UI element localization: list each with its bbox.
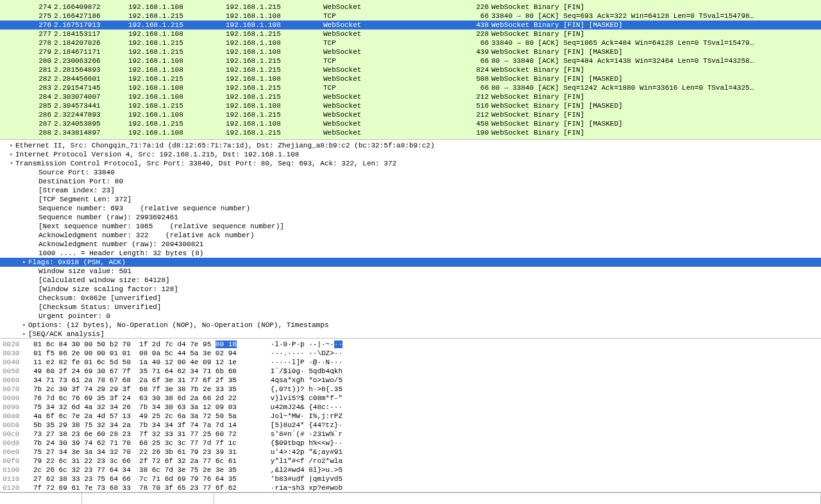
hex-row[interactable]: 01207f 72 69 61 7e 73 68 33 78 70 3f 65 …	[0, 483, 821, 492]
detail-row[interactable]: Sequence number: 693 (relative sequence …	[0, 204, 821, 213]
packet-row[interactable]: 2802.230063266192.168.1.108192.168.1.215…	[0, 56, 821, 65]
detail-row[interactable]: ▸Options: (12 bytes), No-Operation (NOP)…	[0, 321, 821, 330]
hex-offset: 0060	[3, 376, 33, 385]
detail-row[interactable]: [Checksum Status: Unverified]	[0, 303, 821, 312]
detail-row[interactable]: Destination Port: 80	[0, 177, 821, 186]
detail-row[interactable]: Source Port: 33840	[0, 168, 821, 177]
expand-arrow-icon[interactable]: ▸	[22, 258, 27, 267]
detail-row[interactable]: Sequence number (raw): 2993692461	[0, 213, 821, 222]
packet-row[interactable]: 2822.284456601192.168.1.215192.168.1.108…	[0, 74, 821, 83]
hex-offset: 00d0	[3, 439, 33, 448]
detail-row[interactable]: ▸Internet Protocol Version 4, Src: 192.1…	[0, 150, 821, 159]
detail-row[interactable]: ▸Ethernet II, Src: Chongqin_71:7a:1d (d8…	[0, 141, 821, 150]
hex-ascii: {$09tbqp h%<<w}··	[258, 439, 343, 448]
detail-text: Sequence number (raw): 2993692461	[38, 213, 178, 222]
hex-row[interactable]: 003001 f5 86 2e 00 00 01 01 08 0a 5c 44 …	[0, 349, 821, 358]
hex-row[interactable]: 01002c 26 6c 32 23 77 64 34 38 6c 7d 3e …	[0, 466, 821, 475]
hex-row[interactable]: 00f079 22 6c 31 22 23 3c 66 2f 72 6f 32 …	[0, 457, 821, 466]
hex-row[interactable]: 00c073 27 38 23 6e 60 28 23 7f 32 33 31 …	[0, 430, 821, 439]
expand-arrow-icon[interactable]: ▸	[9, 141, 14, 150]
detail-row[interactable]: 1000 .... = Header Length: 32 bytes (8)	[0, 249, 821, 258]
packet-row[interactable]: 2782.184207026192.168.1.215192.168.1.108…	[0, 38, 821, 47]
packet-row[interactable]: 2852.304573441192.168.1.215192.168.1.108…	[0, 101, 821, 110]
hex-ascii: ,&l2#wd4 8l}>u.>5	[258, 466, 343, 475]
packet-row[interactable]: 2792.184671171192.168.1.215192.168.1.108…	[0, 47, 821, 56]
detail-row[interactable]: ▸Flags: 0x018 (PSH, ACK)	[0, 258, 821, 267]
status-bar	[0, 492, 821, 504]
expand-arrow-icon[interactable]: ▸	[9, 150, 14, 159]
packet-row[interactable]: 2762.167517913192.168.1.215192.168.1.108…	[0, 21, 821, 29]
packet-row[interactable]: 2862.322447893192.168.1.108192.168.1.215…	[0, 110, 821, 119]
detail-row[interactable]: [TCP Segment Len: 372]	[0, 195, 821, 204]
hex-bytes: 5b 35 29 38 75 32 34 2a 7b 34 34 3f 74 7…	[33, 421, 258, 430]
detail-row[interactable]: ▸[SEQ/ACK analysis]	[0, 330, 821, 339]
detail-text: [SEQ/ACK analysis]	[28, 330, 105, 339]
detail-row[interactable]: [Calculated window size: 64128]	[0, 276, 821, 285]
hex-ascii: {,0?t))? h·>8{.35	[258, 385, 343, 394]
hex-bytes: 11 e2 82 fe 01 6c 5d 50 1a 40 12 00 4e 0…	[33, 358, 258, 367]
detail-row[interactable]: Checksum: 0x862e [unverified]	[0, 294, 821, 303]
detail-text: Options: (12 bytes), No-Operation (NOP),…	[28, 321, 329, 330]
hex-row[interactable]: 00a04a 6f 6c 7e 2a 4d 57 13 49 25 2c 6a …	[0, 412, 821, 421]
hex-bytes: 79 22 6c 31 22 23 3c 66 2f 72 6f 32 2a 7…	[33, 457, 258, 466]
hex-ascii: 'b83#udf |qmiyvd5	[258, 475, 343, 483]
hex-row[interactable]: 00e075 27 34 3e 3a 34 32 70 22 26 3b 61 …	[0, 448, 821, 457]
packet-list-pane[interactable]: 2742.166409872192.168.1.108192.168.1.215…	[0, 0, 821, 140]
hex-offset: 00c0	[3, 430, 33, 439]
hex-offset: 0020	[3, 340, 33, 349]
detail-row[interactable]: Window size value: 501	[0, 267, 821, 276]
hex-bytes: 7b 24 30 39 74 62 71 70 68 25 3c 3c 77 7…	[33, 439, 258, 448]
hex-row[interactable]: 005049 60 2f 24 69 30 67 7f 35 71 64 62 …	[0, 367, 821, 376]
detail-row[interactable]: Urgent pointer: 0	[0, 312, 821, 321]
hex-offset: 00b0	[3, 421, 33, 430]
hex-offset: 0070	[3, 385, 33, 394]
hex-offset: 0100	[3, 466, 33, 475]
detail-text: [Calculated window size: 64128]	[38, 276, 170, 285]
packet-details-pane[interactable]: ▸Ethernet II, Src: Chongqin_71:7a:1d (d8…	[0, 140, 821, 339]
hex-bytes: 49 60 2f 24 69 30 67 7f 35 71 64 62 34 7…	[33, 367, 258, 376]
detail-row[interactable]: ▾Transmission Control Protocol, Src Port…	[0, 159, 821, 168]
hex-bytes: 27 62 38 33 23 75 64 66 7c 71 6d 69 79 7…	[33, 475, 258, 483]
detail-row[interactable]: [Window size scaling factor: 128]	[0, 285, 821, 294]
detail-row[interactable]: Acknowledgment number: 322 (relative ack…	[0, 231, 821, 240]
packet-row[interactable]: 2832.291547145192.168.1.108192.168.1.215…	[0, 83, 821, 92]
hex-ascii: u'4>:42p "&;ay#91	[258, 448, 343, 457]
hex-ascii: [5)8u24* {44?tz}·	[258, 421, 343, 430]
hex-bytes: 7b 2c 30 3f 74 29 29 3f 68 7f 3e 38 7b 2…	[33, 385, 258, 394]
hex-bytes: 01 f5 86 2e 00 00 01 01 08 0a 5c 44 5a 3…	[33, 349, 258, 358]
detail-row[interactable]: [Next sequence number: 1065 (relative se…	[0, 222, 821, 231]
detail-row[interactable]: [Stream index: 23]	[0, 186, 821, 195]
hex-bytes: 73 27 38 23 6e 60 28 23 7f 32 33 31 77 2…	[33, 430, 258, 439]
hex-offset: 0120	[3, 483, 33, 492]
packet-row[interactable]: 2752.166427186192.168.1.215192.168.1.108…	[0, 12, 821, 21]
hex-row[interactable]: 011027 62 38 33 23 75 64 66 7c 71 6d 69 …	[0, 475, 821, 483]
hex-row[interactable]: 00b05b 35 29 38 75 32 34 2a 7b 34 34 3f …	[0, 421, 821, 430]
packet-row[interactable]: 2812.281564893192.168.1.108192.168.1.215…	[0, 65, 821, 74]
expand-arrow-icon[interactable]: ▾	[9, 159, 14, 168]
hex-row[interactable]: 002001 6c 84 30 00 50 b2 70 1f 2d 7c d4 …	[0, 340, 821, 349]
packet-row[interactable]: 2882.343814897192.168.1.108192.168.1.215…	[0, 128, 821, 137]
hex-ascii: 4qsa*xgh *o>1wo/5	[258, 376, 343, 385]
hex-offset: 0090	[3, 403, 33, 412]
hex-highlight: 80 18	[216, 340, 237, 348]
packet-row[interactable]: 2772.184153117192.168.1.108192.168.1.215…	[0, 29, 821, 38]
packet-bytes-pane[interactable]: 002001 6c 84 30 00 50 b2 70 1f 2d 7c d4 …	[0, 339, 821, 492]
hex-row[interactable]: 006034 71 73 61 2a 78 67 68 2a 6f 3e 31 …	[0, 376, 821, 385]
packet-row[interactable]: 2842.303074007192.168.1.108192.168.1.215…	[0, 92, 821, 101]
hex-row[interactable]: 008076 7d 6c 76 69 35 3f 24 63 30 38 6d …	[0, 394, 821, 403]
hex-row[interactable]: 00707b 2c 30 3f 74 29 29 3f 68 7f 3e 38 …	[0, 385, 821, 394]
expand-arrow-icon[interactable]: ▸	[22, 330, 27, 339]
detail-text: Checksum: 0x862e [unverified]	[38, 294, 161, 303]
hex-row[interactable]: 004011 e2 82 fe 01 6c 5d 50 1a 40 12 00 …	[0, 358, 821, 367]
hex-ascii: ·····l]P ·@··N···	[258, 358, 343, 367]
packet-row[interactable]: 2742.166409872192.168.1.108192.168.1.215…	[0, 3, 821, 12]
detail-row[interactable]: Acknowledgment number (raw): 2094300821	[0, 240, 821, 249]
detail-text: [Next sequence number: 1065 (relative se…	[38, 222, 284, 231]
expand-arrow-icon[interactable]: ▸	[22, 321, 27, 330]
packet-row[interactable]: 2872.324053895192.168.1.215192.168.1.108…	[0, 119, 821, 128]
hex-row[interactable]: 00d07b 24 30 39 74 62 71 70 68 25 3c 3c …	[0, 439, 821, 448]
hex-bytes: 2c 26 6c 32 23 77 64 34 38 6c 7d 3e 75 2…	[33, 466, 258, 475]
hex-row[interactable]: 009075 34 32 6d 4a 32 34 26 7b 34 38 63 …	[0, 403, 821, 412]
hex-bytes: 75 34 32 6d 4a 32 34 26 7b 34 38 63 3a 1…	[33, 403, 258, 412]
hex-bytes: 7f 72 69 61 7e 73 68 33 78 70 3f 65 23 7…	[33, 483, 258, 492]
